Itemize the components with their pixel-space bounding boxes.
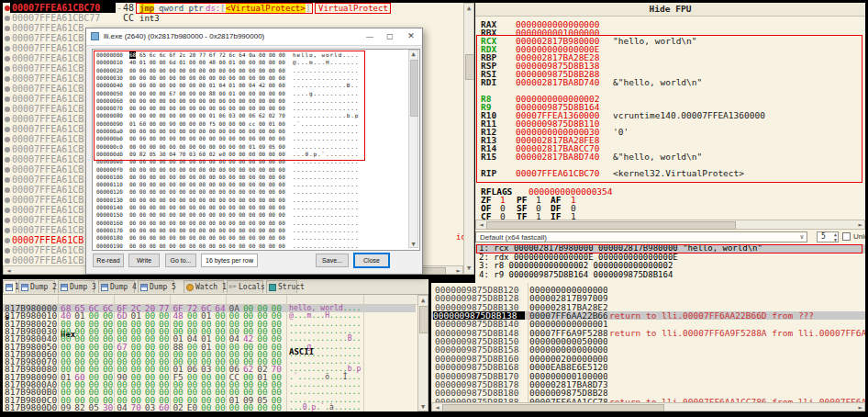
- breakpoint-dot[interactable]: [5, 157, 10, 163]
- dialog-hex-row[interactable]: 000000006865 6c 6c 6f 2c 20 77 6f 72 6c …: [93, 51, 419, 59]
- maximize-icon[interactable]: ▢: [382, 28, 398, 44]
- dialog-vscrollbar[interactable]: ▲ ▼: [408, 50, 418, 248]
- instruction-address[interactable]: 00007FFEA61CB: [12, 84, 83, 94]
- calling-convention-select[interactable]: Default (x64 fastcall) ∨: [475, 231, 807, 242]
- instruction-address[interactable]: 00007FFEA61CB: [12, 175, 83, 185]
- breakpoint-dot[interactable]: [5, 66, 10, 72]
- close-button[interactable]: Close: [353, 253, 390, 268]
- breakpoint-dot[interactable]: [5, 46, 10, 51]
- scroll-up-icon[interactable]: ▲: [418, 297, 428, 305]
- dialog-hex-row[interactable]: 0000018000 00 00 00 00 00 00 00 00 00 00…: [93, 234, 419, 242]
- dialog-hex-row[interactable]: 0000015000 00 00 00 00 00 00 00 00 00 00…: [93, 211, 419, 219]
- scroll-thumb[interactable]: [442, 404, 664, 411]
- unlock-checkbox[interactable]: [842, 232, 851, 241]
- dialog-hex-row[interactable]: 0000016000 00 00 00 00 00 00 00 00 00 00…: [93, 220, 419, 227]
- breakpoint-dot[interactable]: [5, 26, 10, 31]
- close-icon[interactable]: ✕: [403, 28, 419, 44]
- hide-fpu-button[interactable]: Hide FPU: [475, 3, 865, 17]
- breakpoint-dot[interactable]: [5, 228, 10, 233]
- save-button[interactable]: Save...: [316, 254, 349, 267]
- scroll-left-icon[interactable]: ◄: [433, 403, 441, 411]
- breakpoint-dot[interactable]: [5, 36, 10, 41]
- tab-dump-4[interactable]: Dump 4: [98, 280, 135, 293]
- dialog-hex-row[interactable]: 0000003000 00 00 00 00 00 00 00 00 00 00…: [93, 74, 419, 82]
- tab-locals[interactable]: x=Locals: [227, 280, 263, 293]
- register-row[interactable]: R15000002817BA8D740&"hello, world\n": [475, 152, 865, 161]
- register-row[interactable]: RDI000002817BA8D740&"hello, world\n": [475, 78, 865, 86]
- dialog-hex-row[interactable]: 0000012000 00 00 00 00 00 00 00 00 00 00…: [93, 188, 419, 196]
- breakpoint-dot[interactable]: [5, 197, 10, 203]
- instruction-address[interactable]: 00007FFEA61CB: [12, 43, 83, 53]
- tab-dump-5[interactable]: Dump 5: [138, 280, 174, 293]
- dialog-hex-row[interactable]: 000000f000 00 00 00 00 00 00 00 00 00 00…: [93, 166, 419, 174]
- instruction-address[interactable]: 00007FFEA61CB: [12, 33, 83, 43]
- instruction-address[interactable]: 00007FFEA61CB: [12, 124, 83, 134]
- scroll-thumb[interactable]: [486, 221, 736, 230]
- breakpoint-dot[interactable]: [5, 137, 10, 142]
- breakpoint-dot[interactable]: [5, 208, 10, 213]
- instruction-address[interactable]: 00007FFEA61CB: [12, 73, 83, 84]
- instruction-address[interactable]: 00007FFEA61CB: [12, 215, 83, 225]
- register-row[interactable]: RIP00007FFEA61CBC70<kernel32.VirtualProt…: [475, 169, 865, 177]
- dialog-hex-row[interactable]: 0000004000 00 00 00 00 00 00 00 01 04 01…: [93, 82, 419, 89]
- cip-target[interactable]: <VirtualProtect>: [226, 4, 306, 13]
- scroll-thumb[interactable]: [410, 60, 418, 117]
- breakpoint-dot[interactable]: [5, 127, 10, 132]
- dialog-hex-row[interactable]: 0000011000 00 00 00 00 00 00 00 00 00 00…: [93, 181, 419, 188]
- registers-hscrollbar[interactable]: ◄ ►: [475, 220, 865, 230]
- breakpoint-dot[interactable]: [5, 248, 10, 254]
- tab-watch-1[interactable]: Watch 1: [184, 280, 224, 293]
- breakpoint-dot[interactable]: [5, 16, 10, 21]
- scroll-right-icon[interactable]: ►: [856, 220, 864, 231]
- instruction-address[interactable]: 00007FFEA61CB: [12, 255, 83, 265]
- breakpoint-dot[interactable]: [5, 96, 10, 102]
- dialog-hex-row[interactable]: 0000007000 00 00 00 00 00 00 00 00 00 00…: [93, 105, 419, 112]
- breakpoint-dot[interactable]: [5, 238, 10, 243]
- breakpoint-dot[interactable]: [5, 56, 10, 62]
- dialog-hex-row[interactable]: 000000b000 00 00 00 00 00 00 00 00 00 00…: [93, 135, 419, 142]
- tab-struct[interactable]: Struct: [266, 280, 297, 293]
- dialog-hex-row[interactable]: 0000005000 00 00 00 67 00 00 00 88 00 01…: [93, 90, 419, 97]
- scroll-right-icon[interactable]: ►: [856, 403, 864, 411]
- breakpoint-dot[interactable]: [5, 147, 10, 152]
- breakpoint-dot[interactable]: [5, 218, 10, 223]
- breakpoint-dot[interactable]: [5, 86, 10, 92]
- dialog-hex-row[interactable]: 000000d009 82 05 30 04 70 03 60 02 e0 00…: [93, 151, 419, 158]
- stack-hscrollbar[interactable]: ◄ ►: [431, 402, 865, 411]
- bytes-per-row-select[interactable]: 16 bytes per row ∨: [201, 254, 258, 267]
- dialog-titlebar[interactable]: lli.exe (2640) (0x2817b980000 - 0x2817b9…: [86, 28, 422, 46]
- instruction-address[interactable]: 00007FFEA61CB: [12, 63, 83, 73]
- cip-address[interactable]: 00007FFEA61CBC70: [10, 3, 116, 13]
- disasm-vscrollbar[interactable]: ▲ ▼: [463, 3, 474, 275]
- tab-1[interactable]: 1: [3, 280, 17, 293]
- instruction-address[interactable]: 00007FFEA61CB: [12, 235, 83, 245]
- breakpoint-dot[interactable]: [5, 258, 10, 264]
- dialog-hex-row[interactable]: 0000010000 00 00 00 00 00 00 00 00 00 00…: [93, 174, 419, 181]
- breakpoint-dot[interactable]: [5, 177, 10, 183]
- breakpoint-dot[interactable]: [5, 117, 10, 122]
- instruction-address[interactable]: 00007FFEA61CB: [12, 245, 83, 255]
- dialog-hex-row[interactable]: 000000a000 00 00 00 00 00 00 00 00 00 00…: [93, 128, 419, 135]
- minimize-icon[interactable]: —: [362, 28, 378, 44]
- instruction-address[interactable]: 00007FFEA61CB: [12, 205, 83, 215]
- dialog-hex-row[interactable]: 0000006000 00 00 00 00 00 00 00 00 00 00…: [93, 97, 419, 105]
- scroll-down-icon[interactable]: ▼: [409, 241, 417, 249]
- instruction-address[interactable]: 00007FFEA61CB: [12, 23, 83, 33]
- instruction-address[interactable]: 00007FFEA61CB: [12, 53, 83, 63]
- dialog-hex-row[interactable]: 0000001040 01 00 00 6d 01 00 00 48 00 01…: [93, 59, 419, 66]
- instruction-address[interactable]: 00007FFEA61CB: [12, 94, 83, 104]
- dump-vscrollbar[interactable]: ▲ ▼: [417, 295, 428, 411]
- scroll-right-icon[interactable]: ►: [454, 266, 462, 275]
- scroll-up-icon[interactable]: ▲: [409, 51, 417, 59]
- scroll-left-icon[interactable]: ◄: [477, 220, 485, 231]
- instruction-address[interactable]: 00007FFEA61CB: [12, 154, 83, 164]
- dialog-hex-row[interactable]: 0000017000 00 00 00 00 00 00 00 00 00 00…: [93, 227, 419, 234]
- arg-depth-spinner[interactable]: 5 ▲▼: [817, 231, 839, 242]
- breakpoint-dot[interactable]: [5, 187, 10, 193]
- instruction-address[interactable]: 00007FFEA61CB: [12, 185, 83, 195]
- dialog-hex-row[interactable]: 0000013000 00 00 00 00 00 00 00 00 00 00…: [93, 197, 419, 204]
- dump-row[interactable]: 817B9800D0098205300470036002E00000000000…: [3, 404, 416, 411]
- instruction-address[interactable]: 00007FFEA61CB: [12, 114, 83, 124]
- scroll-up-icon[interactable]: ▲: [464, 5, 473, 13]
- instruction-address[interactable]: 00007FFEA61CB: [12, 134, 83, 144]
